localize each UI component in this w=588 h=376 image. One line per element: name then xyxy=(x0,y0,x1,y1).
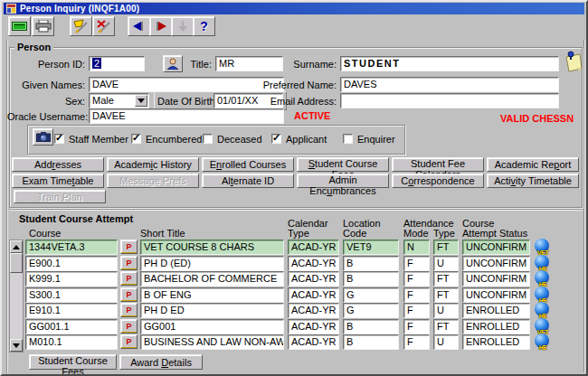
attempt-status-field[interactable]: UNCONFIRM xyxy=(462,271,530,287)
applicant-checkbox[interactable]: ✓ Applicant xyxy=(271,133,327,145)
award-details-button[interactable]: Award Details xyxy=(119,354,203,370)
previous-block-button[interactable] xyxy=(128,16,150,36)
attendance-mode-field[interactable]: F xyxy=(403,271,430,287)
document-icon: P xyxy=(121,258,137,269)
short-title-field[interactable]: PH D ED xyxy=(140,303,284,318)
photo-button[interactable] xyxy=(33,128,53,146)
admin-encumbrances-button[interactable]: Admin Encumbrances xyxy=(297,174,389,188)
calendar-type-field[interactable]: ACAD-YR xyxy=(288,319,339,334)
col-header-short-title: Short Title xyxy=(140,228,185,239)
previous-block-icon xyxy=(132,21,146,32)
surname-field[interactable]: STUDENT xyxy=(340,56,559,71)
attendance-type-field[interactable]: U xyxy=(433,256,459,271)
deceased-checkbox[interactable]: ✓ Deceased xyxy=(203,133,262,145)
location-code-field[interactable]: G xyxy=(343,303,399,318)
attempt-status-field[interactable]: UNCONFIRM xyxy=(462,240,530,255)
checkbox-label: Enquirer xyxy=(357,134,395,145)
calendar-type-field[interactable]: ACAD-YR xyxy=(288,271,339,287)
email-field[interactable] xyxy=(340,93,559,108)
attempt-status-field[interactable]: ENROLLED xyxy=(462,319,530,334)
given-names-field[interactable]: DAVE xyxy=(89,77,284,92)
academic-history-button[interactable]: Academic History xyxy=(107,157,199,172)
attendance-mode-field[interactable]: F xyxy=(403,334,430,350)
location-code-field[interactable]: B xyxy=(343,319,399,334)
course-field[interactable]: E900.1 xyxy=(25,256,118,271)
dropdown-button[interactable] xyxy=(135,95,147,107)
short-title-field[interactable]: B OF ENG xyxy=(140,287,284,303)
short-title-field[interactable]: BUSINESS AND LAW NON-AWARD xyxy=(140,334,284,350)
attendance-type-field[interactable]: FT xyxy=(433,271,459,287)
attendance-mode-field[interactable]: F xyxy=(403,287,430,303)
course-field[interactable]: E910.1 xyxy=(25,303,118,318)
course-field[interactable]: M010.1 xyxy=(25,334,118,350)
course-detail-button[interactable]: P xyxy=(120,319,138,334)
oracle-username-field[interactable]: DAVEE xyxy=(89,108,284,124)
calendar-type-field[interactable]: ACAD-YR xyxy=(288,303,339,318)
exam-timetable-button[interactable]: Exam Timetable xyxy=(12,174,104,188)
sex-dropdown[interactable]: Male xyxy=(89,93,149,108)
alternate-id-button[interactable]: Alternate ID xyxy=(202,174,294,188)
print-button[interactable] xyxy=(32,16,54,36)
student-course-fees-button[interactable]: Student Course Fees xyxy=(297,157,389,172)
next-block-icon xyxy=(154,21,167,32)
staff-member-checkbox[interactable]: ✓ Staff Member xyxy=(54,133,128,145)
correspondence-button[interactable]: Correspondence xyxy=(392,174,484,188)
calendar-type-field[interactable]: ACAD-YR xyxy=(288,240,339,255)
attendance-mode-field[interactable]: N xyxy=(403,240,430,255)
next-block-button[interactable] xyxy=(149,16,172,36)
course-detail-button[interactable]: P xyxy=(120,271,138,286)
course-detail-button[interactable]: P xyxy=(120,240,138,254)
location-code-field[interactable]: G xyxy=(343,287,399,303)
course-detail-button[interactable]: P xyxy=(120,303,138,317)
short-title-field[interactable]: BACHELOR OF COMMERCE xyxy=(140,271,284,287)
short-title-field[interactable]: PH D (ED) xyxy=(140,256,284,271)
enrolled-courses-button[interactable]: Enrolled Courses xyxy=(202,157,294,172)
attendance-type-field[interactable]: FT xyxy=(433,287,459,303)
location-code-field[interactable]: B xyxy=(343,256,399,271)
document-icon: P xyxy=(121,337,137,348)
student-fee-calendars-button[interactable]: Student Fee Calendars xyxy=(392,157,484,172)
short-title-field[interactable]: GG001 xyxy=(140,319,284,334)
location-code-field[interactable]: VET9 xyxy=(343,240,399,255)
clear-form-button[interactable] xyxy=(92,16,115,36)
attendance-type-field[interactable]: FT xyxy=(433,319,459,334)
email-label: Email Address: xyxy=(257,96,337,107)
attendance-type-field[interactable]: U xyxy=(433,334,459,350)
student-course-fees-footer-button[interactable]: Student Course Fees xyxy=(29,354,117,370)
help-button[interactable]: ? xyxy=(193,16,215,36)
calendar-type-field[interactable]: ACAD-YR xyxy=(288,334,339,350)
toolbar: ? xyxy=(4,14,584,40)
encumbered-checkbox[interactable]: ✓ Encumbered xyxy=(131,133,202,145)
attendance-type-field[interactable]: U xyxy=(433,303,459,318)
attendance-type-field[interactable]: FT xyxy=(433,240,459,255)
clear-block-button[interactable] xyxy=(70,16,92,36)
attempt-status-field[interactable]: ENROLLED xyxy=(462,303,530,318)
col-header-attempt-status: Attempt Status xyxy=(462,228,527,239)
course-field[interactable]: S300.1 xyxy=(25,287,118,303)
preferred-name-field[interactable]: DAVES xyxy=(340,77,559,92)
course-field[interactable]: GG001.1 xyxy=(25,319,118,334)
note-icon[interactable] xyxy=(563,49,583,72)
course-detail-button[interactable]: P xyxy=(120,334,138,349)
calendar-type-field[interactable]: ACAD-YR xyxy=(288,256,339,271)
course-detail-button[interactable]: P xyxy=(120,287,138,302)
addresses-button[interactable]: Addresses xyxy=(12,157,104,172)
person-id-field[interactable]: 2 xyxy=(89,56,145,71)
location-code-field[interactable]: B xyxy=(343,334,399,350)
attempt-status-field[interactable]: UNCONFIRM xyxy=(462,287,530,303)
enquirer-checkbox[interactable]: ✓ Enquirer xyxy=(343,133,395,145)
course-field[interactable]: K999.1 xyxy=(25,271,118,287)
short-title-field[interactable]: VET COURSE 8 CHARS xyxy=(140,240,284,255)
calendar-type-field[interactable]: ACAD-YR xyxy=(288,287,339,303)
academic-report-button[interactable]: Academic Report xyxy=(487,157,579,172)
activity-timetable-button[interactable]: Activity Timetable xyxy=(487,174,579,188)
attendance-mode-field[interactable]: F xyxy=(403,256,430,271)
exit-button[interactable] xyxy=(8,16,31,36)
attempt-status-field[interactable]: ENROLLED xyxy=(462,334,530,350)
location-code-field[interactable]: B xyxy=(343,271,399,287)
attendance-mode-field[interactable]: F xyxy=(403,303,430,318)
course-detail-button[interactable]: P xyxy=(120,256,138,270)
attempt-status-field[interactable]: UNCONFIRM xyxy=(462,256,530,271)
course-field[interactable]: 1344VETA.3 xyxy=(25,240,118,255)
attendance-mode-field[interactable]: F xyxy=(403,319,430,334)
